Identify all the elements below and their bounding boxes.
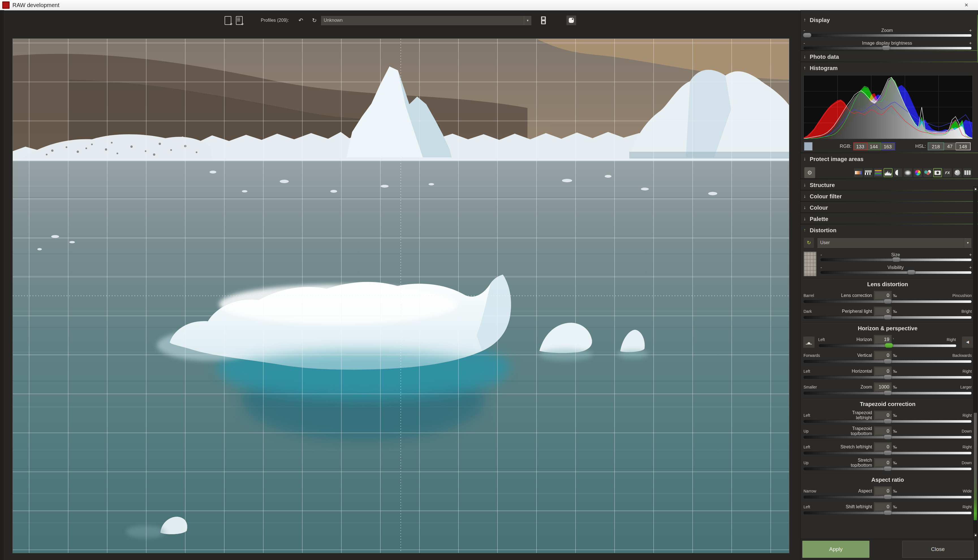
pointer-icon[interactable]: ◄: [961, 336, 973, 348]
preview-display-icon[interactable]: [566, 15, 577, 25]
section-header-display[interactable]: ↑ Display: [804, 16, 972, 24]
add-profile-list-icon[interactable]: [235, 15, 244, 25]
slider-plus[interactable]: +: [969, 252, 972, 257]
chevron-down-icon[interactable]: ▼: [964, 238, 971, 248]
slider-plus[interactable]: +: [969, 28, 972, 33]
camera-icon[interactable]: [933, 168, 942, 177]
adjust-track[interactable]: [804, 376, 972, 379]
section-header-histogram[interactable]: ↑ Histogram: [804, 64, 972, 72]
slider-thumb[interactable]: [907, 270, 916, 275]
levels-icon[interactable]: [874, 168, 883, 177]
reset-icon[interactable]: ↻: [804, 237, 814, 248]
section-header-distortion[interactable]: ↑ Distortion: [804, 226, 972, 235]
distortion-preset-select[interactable]: User ▼: [817, 238, 972, 248]
adjust-track[interactable]: [804, 436, 972, 439]
adjust-thumb[interactable]: [884, 390, 892, 395]
slider-thumb[interactable]: [892, 257, 901, 262]
adjust-thumb[interactable]: [884, 419, 892, 423]
colour-wheel-icon[interactable]: [913, 168, 922, 177]
vignette-icon[interactable]: [903, 168, 913, 177]
slider-plus[interactable]: +: [969, 41, 972, 46]
slider-zoom: -Zoom+: [804, 27, 972, 37]
section-label: Structure: [810, 182, 835, 188]
adjust-track[interactable]: [804, 300, 972, 303]
effects-icon[interactable]: [953, 168, 962, 177]
adjust-label: Zoom: [837, 385, 874, 390]
slider-track[interactable]: [821, 271, 972, 274]
save-profile-icon[interactable]: [539, 15, 548, 25]
adjust-thumb[interactable]: [885, 343, 893, 348]
window-close-icon[interactable]: ×: [960, 0, 973, 10]
adjust-track[interactable]: [804, 392, 972, 395]
adjust-thumb[interactable]: [884, 450, 892, 455]
apply-button[interactable]: Apply: [802, 541, 869, 558]
section-header-photo-data[interactable]: ↓ Photo data: [804, 53, 972, 61]
slider-plus[interactable]: +: [969, 265, 972, 270]
scroll-down-icon[interactable]: [974, 533, 977, 537]
collapse-arrow-icon[interactable]: ↑: [804, 227, 810, 233]
collapse-arrow-icon[interactable]: ↑: [804, 65, 810, 71]
collapse-arrow-icon[interactable]: ↓: [804, 156, 810, 162]
fx-icon[interactable]: FX: [943, 168, 952, 177]
gradient-icon[interactable]: [854, 168, 863, 177]
undo-icon[interactable]: ↶: [296, 15, 306, 25]
slider-thumb[interactable]: [882, 45, 890, 50]
scrollbar-thumb[interactable]: [974, 413, 977, 520]
film-icon[interactable]: [963, 168, 972, 177]
section-header-structure[interactable]: ↓ Structure: [804, 181, 972, 189]
adjust-thumb[interactable]: [884, 359, 892, 363]
scroll-up-icon[interactable]: [974, 187, 977, 191]
adjust-thumb[interactable]: [884, 375, 892, 380]
sync-icon[interactable]: ↻: [310, 15, 319, 25]
adjust-track[interactable]: [804, 512, 972, 515]
slider-track[interactable]: [804, 34, 972, 37]
adjust-thumb[interactable]: [884, 315, 892, 320]
adjust-thumb[interactable]: [884, 299, 892, 304]
rgb-blue-value: 163: [881, 142, 895, 150]
gear-icon[interactable]: ⚙: [804, 167, 815, 178]
range-right-label: Bright: [938, 309, 972, 313]
collapse-arrow-icon[interactable]: ↓: [804, 193, 810, 199]
range-left-label: Up: [804, 460, 837, 465]
exposure-icon[interactable]: [864, 168, 873, 177]
range-left-label: Forwards: [804, 353, 837, 358]
adjust-track[interactable]: [804, 420, 972, 423]
adjust-track[interactable]: [804, 496, 972, 499]
horizon-level-icon[interactable]: [803, 336, 815, 348]
section-header-colour[interactable]: ↓ Colour: [804, 203, 972, 212]
collapse-arrow-icon[interactable]: ↓: [804, 182, 810, 188]
slider-track[interactable]: [821, 258, 972, 262]
adjust-thumb[interactable]: [884, 466, 892, 471]
rgb-label: RGB:: [840, 143, 852, 149]
histogram-icon[interactable]: [884, 168, 893, 177]
section-header-colour-filter[interactable]: ↓ Colour filter: [804, 192, 972, 201]
grid-preview-icon[interactable]: [804, 252, 816, 276]
slider-track[interactable]: [804, 47, 972, 50]
panel-scrollbar[interactable]: [973, 187, 978, 538]
adjust-track[interactable]: [804, 360, 972, 363]
adjust-track[interactable]: [819, 344, 956, 347]
close-button[interactable]: Close: [902, 541, 973, 558]
adjust-track[interactable]: [804, 452, 972, 455]
profile-select[interactable]: Unknown ▼: [321, 15, 532, 25]
collapse-arrow-icon[interactable]: ↑: [804, 17, 810, 23]
collapse-arrow-icon[interactable]: ↓: [804, 54, 810, 60]
chevron-down-icon[interactable]: ▼: [524, 16, 532, 25]
divider: [802, 398, 973, 399]
adjust-thumb[interactable]: [884, 510, 892, 515]
slider-thumb[interactable]: [803, 33, 811, 38]
collapse-arrow-icon[interactable]: ↓: [804, 205, 810, 210]
section-header-protect[interactable]: ↓ Protect image areas: [804, 155, 972, 163]
contrast-icon[interactable]: [893, 168, 903, 177]
adjust-thumb[interactable]: [884, 435, 892, 439]
section-header-palette[interactable]: ↓ Palette: [804, 215, 972, 223]
adjust-track[interactable]: [804, 316, 972, 319]
section-label: Colour filter: [810, 193, 842, 200]
adjust-track[interactable]: [804, 467, 972, 470]
adjust-thumb[interactable]: [884, 495, 892, 499]
range-right-label: Right: [938, 369, 972, 373]
photo-canvas[interactable]: [13, 39, 789, 553]
collapse-arrow-icon[interactable]: ↓: [804, 216, 810, 222]
add-profile-icon[interactable]: [224, 15, 232, 25]
palette-icon[interactable]: [923, 168, 932, 177]
